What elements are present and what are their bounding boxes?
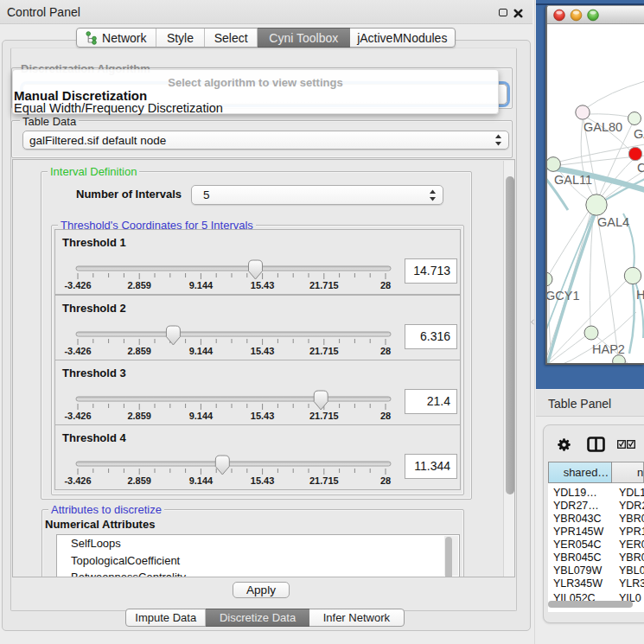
svg-text:-3.426: -3.426 (64, 475, 91, 486)
svg-text:HIS: HIS (636, 288, 644, 302)
svg-text:21.715: 21.715 (309, 280, 339, 290)
svg-text:GAL4: GAL4 (597, 215, 629, 229)
svg-text:9.144: 9.144 (189, 411, 214, 421)
svg-text:21.715: 21.715 (309, 346, 339, 356)
svg-text:2.859: 2.859 (127, 475, 151, 486)
svg-text:15.43: 15.43 (251, 280, 275, 290)
svg-text:28: 28 (380, 346, 391, 356)
svg-text:2.859: 2.859 (127, 411, 151, 421)
svg-text:9.144: 9.144 (189, 475, 214, 486)
svg-text:28: 28 (380, 411, 391, 421)
svg-text:HAP2: HAP2 (592, 342, 625, 356)
svg-text:GAL80: GAL80 (583, 120, 622, 134)
svg-text:2.859: 2.859 (127, 346, 151, 356)
svg-text:21.715: 21.715 (309, 411, 339, 421)
svg-text:28: 28 (380, 475, 391, 486)
svg-text:GAL11: GAL11 (554, 173, 592, 187)
svg-text:9.144: 9.144 (189, 280, 214, 290)
svg-text:9.144: 9.144 (189, 346, 214, 356)
svg-text:15.43: 15.43 (251, 346, 275, 356)
svg-text:28: 28 (380, 280, 391, 290)
svg-text:GAL7: GAL7 (634, 127, 644, 141)
svg-text:15.43: 15.43 (251, 411, 275, 421)
svg-text:21.715: 21.715 (309, 475, 339, 486)
svg-text:-3.426: -3.426 (64, 280, 91, 290)
svg-text:CD: CD (637, 161, 644, 175)
svg-text:-3.426: -3.426 (64, 346, 91, 356)
svg-text:2.859: 2.859 (127, 280, 151, 290)
svg-text:GCY1: GCY1 (547, 289, 580, 303)
svg-text:-3.426: -3.426 (64, 411, 91, 421)
svg-text:15.43: 15.43 (251, 475, 275, 486)
